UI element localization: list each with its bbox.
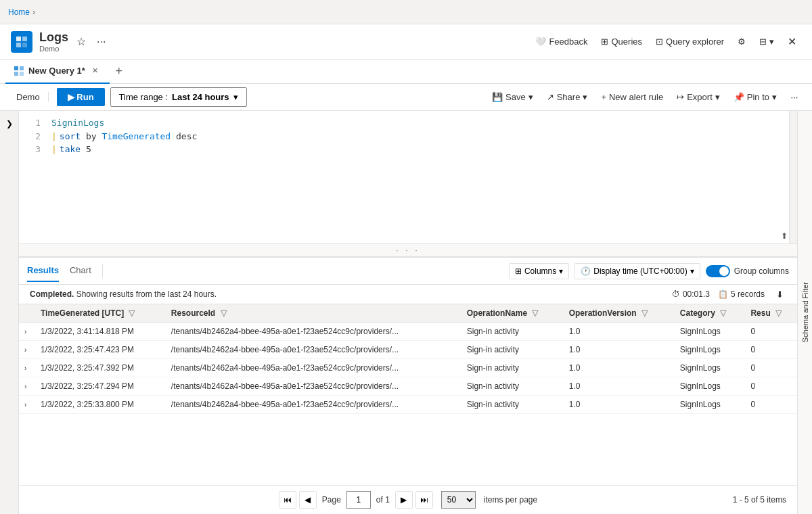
- filter-icon-version[interactable]: ▽: [641, 308, 648, 318]
- pin-icon: 📌: [734, 92, 744, 102]
- new-alert-rule-button[interactable]: + New alert rule: [595, 89, 669, 105]
- cell-resource-3: /tenants/4b2462a4-bbee-495a-a0e1-f23ae52…: [166, 377, 461, 396]
- close-button[interactable]: ✕: [782, 32, 801, 51]
- tab-new-query-1[interactable]: New Query 1* ✕: [5, 60, 110, 84]
- editor-panel: 1 2 3 SigninLogs | sort by TimeGenerated…: [19, 111, 797, 514]
- save-button[interactable]: 💾 Save ▾: [487, 89, 539, 105]
- filter-icon-time[interactable]: ▽: [129, 308, 135, 318]
- svg-rect-7: [20, 72, 24, 76]
- code-keyword-take: take: [60, 143, 81, 156]
- add-tab-button[interactable]: +: [110, 62, 129, 81]
- export-chevron-icon: ▾: [715, 92, 720, 102]
- share-icon: ↗: [547, 92, 554, 102]
- expand-row-cell: ›: [19, 377, 35, 396]
- col-category[interactable]: Category ▽: [675, 304, 746, 323]
- app-subtitle: Demo: [39, 45, 68, 53]
- cell-result-0: 0: [745, 323, 797, 341]
- expand-row-cell: ›: [19, 396, 35, 414]
- pin-to-button[interactable]: 📌 Pin to ▾: [728, 89, 782, 105]
- items-per-page-select[interactable]: 50 100 200: [441, 491, 476, 509]
- line-numbers: 1 2 3: [19, 116, 46, 156]
- col-resource-id[interactable]: ResourceId ▽: [166, 304, 461, 323]
- cell-version-1: 1.0: [564, 341, 675, 359]
- cell-result-3: 0: [745, 377, 797, 396]
- code-keyword-sort: sort: [60, 130, 81, 143]
- toolbar-more-button[interactable]: ···: [785, 88, 804, 107]
- cell-category-1: SignInLogs: [675, 341, 746, 359]
- collapse-arrows[interactable]: ⬆: [781, 231, 788, 241]
- results-tab-separator: [102, 264, 103, 278]
- tab-chart[interactable]: Chart: [70, 260, 91, 282]
- col-result[interactable]: Resu ▽: [745, 304, 797, 323]
- col-time-generated[interactable]: TimeGenerated [UTC] ▽: [35, 304, 166, 323]
- collapse-button[interactable]: ❯: [2, 116, 17, 131]
- expand-row-button[interactable]: ›: [24, 383, 26, 390]
- status-records: 📋 5 records: [718, 289, 765, 299]
- cell-result-2: 0: [745, 359, 797, 377]
- export-button[interactable]: ↦ Export ▾: [671, 89, 725, 105]
- results-tab-right: ⊞ Columns ▾ 🕐 Display time (UTC+00:00) ▾…: [509, 263, 789, 279]
- collapse-sidebar[interactable]: ❯: [0, 111, 19, 514]
- table-row: › 1/3/2022, 3:25:47.392 PM /tenants/4b24…: [19, 359, 797, 377]
- breadcrumb-home[interactable]: Home: [8, 7, 30, 17]
- star-button[interactable]: ☆: [74, 34, 89, 49]
- prev-page-button[interactable]: ◀: [299, 491, 317, 509]
- cell-resource-1: /tenants/4b2462a4-bbee-495a-a0e1-f23ae52…: [166, 341, 461, 359]
- col-operation-name[interactable]: OperationName ▽: [461, 304, 564, 323]
- filter-icon-resource[interactable]: ▽: [221, 308, 227, 318]
- last-page-button[interactable]: ⏭: [415, 491, 433, 509]
- svg-rect-1: [22, 37, 27, 41]
- expand-col-header: [19, 304, 35, 323]
- svg-rect-4: [14, 66, 18, 70]
- queries-button[interactable]: ⊞ Queries: [595, 34, 648, 49]
- settings-button[interactable]: ⚙: [732, 34, 751, 49]
- cell-version-2: 1.0: [564, 359, 675, 377]
- breadcrumb: Home ›: [8, 7, 35, 17]
- schema-filter-panel[interactable]: Schema and Filter: [797, 111, 812, 514]
- items-per-page-wrap: 50 100 200: [441, 491, 476, 509]
- feedback-button[interactable]: 🤍 Feedback: [530, 34, 593, 49]
- first-page-button[interactable]: ⏮: [279, 491, 296, 509]
- cell-operation-3: Sign-in activity: [461, 377, 564, 396]
- next-page-button[interactable]: ▶: [395, 491, 413, 509]
- filter-icon-operation[interactable]: ▽: [532, 308, 538, 318]
- toolbar-right-actions: 💾 Save ▾ ↗ Share ▾ + New alert rule ↦ Ex…: [487, 88, 804, 107]
- display-time-button[interactable]: 🕐 Display time (UTC+00:00) ▾: [574, 263, 700, 279]
- cell-time-2: 1/3/2022, 3:25:47.392 PM: [35, 359, 166, 377]
- panel-divider[interactable]: · · ·: [19, 243, 797, 257]
- expand-icon[interactable]: ⬇: [773, 287, 786, 301]
- cell-operation-0: Sign-in activity: [461, 323, 564, 341]
- tab-close-button[interactable]: ✕: [89, 65, 102, 77]
- filter-icon-category[interactable]: ▽: [720, 308, 726, 318]
- code-token-tablename: SigninLogs: [51, 116, 104, 130]
- results-panel: Results Chart ⊞ Columns ▾ 🕐 Display time…: [19, 257, 797, 514]
- tab-icon: [14, 66, 24, 76]
- top-nav: Home ›: [0, 0, 812, 24]
- columns-button[interactable]: ⊞ Columns ▾: [509, 263, 569, 279]
- expand-row-button[interactable]: ›: [24, 365, 26, 372]
- editor-scrollbar[interactable]: [789, 111, 797, 243]
- layout-button[interactable]: ⊟ ▾: [754, 34, 780, 49]
- expand-row-button[interactable]: ›: [24, 346, 26, 354]
- status-duration: ⏱ 00:01.3: [672, 289, 710, 299]
- cell-time-0: 1/3/2022, 3:41:14.818 PM: [35, 323, 166, 341]
- filter-icon-result[interactable]: ▽: [775, 308, 782, 318]
- time-range-button[interactable]: Time range : Last 24 hours ▾: [110, 87, 247, 107]
- display-time-chevron-icon: ▾: [690, 266, 694, 276]
- toggle-switch[interactable]: [706, 265, 730, 277]
- expand-row-button[interactable]: ›: [24, 401, 26, 408]
- share-chevron-icon: ▾: [583, 92, 587, 102]
- code-editor[interactable]: 1 2 3 SigninLogs | sort by TimeGenerated…: [19, 111, 797, 243]
- svg-rect-0: [16, 37, 21, 41]
- cell-category-2: SignInLogs: [675, 359, 746, 377]
- run-button[interactable]: ▶ Run: [57, 88, 105, 106]
- col-operation-version[interactable]: OperationVersion ▽: [564, 304, 675, 323]
- query-explorer-button[interactable]: ⊡ Query explorer: [650, 34, 729, 49]
- more-header-button[interactable]: ···: [94, 34, 108, 49]
- page-input[interactable]: [346, 491, 371, 509]
- svg-rect-6: [14, 72, 18, 76]
- cell-category-0: SignInLogs: [675, 323, 746, 341]
- expand-row-button[interactable]: ›: [24, 328, 26, 335]
- tab-results[interactable]: Results: [27, 260, 59, 282]
- share-button[interactable]: ↗ Share ▾: [541, 89, 593, 105]
